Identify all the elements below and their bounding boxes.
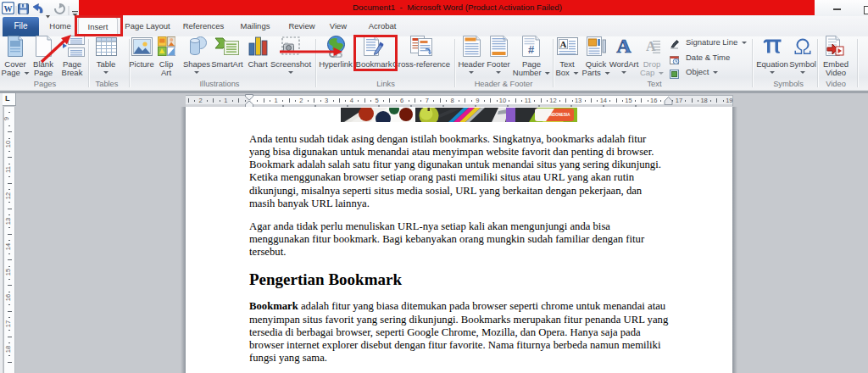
svg-text:INDONESIA: INDONESIA	[548, 113, 570, 117]
